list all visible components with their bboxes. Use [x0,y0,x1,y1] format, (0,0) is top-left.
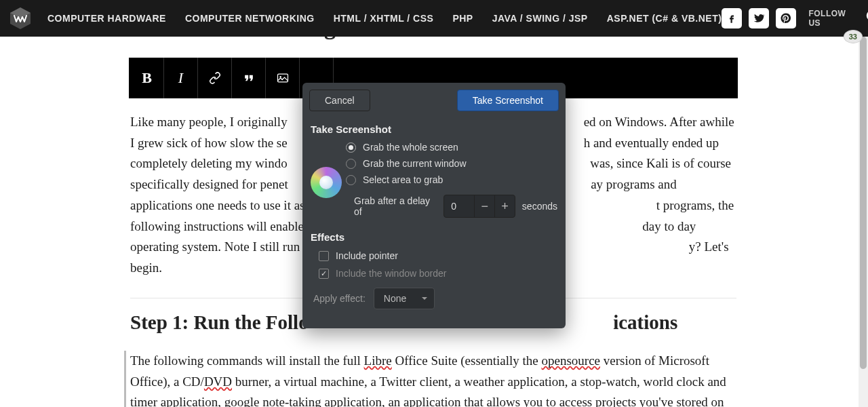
apply-effect-label: Apply effect: [313,293,366,304]
nav-aspnet[interactable]: ASP.NET (C# & VB.NET) [607,13,722,24]
section-take-screenshot: Take Screenshot [302,114,566,139]
spellcheck-word[interactable]: opensource [541,353,600,368]
checkbox-label: Include pointer [336,250,398,261]
text: Office Suite (essentially the [392,353,542,368]
radio-whole-screen[interactable] [346,142,356,153]
follow-us-label: FOLLOW US [808,9,846,28]
delay-increment[interactable]: + [494,195,515,218]
site-logo[interactable] [8,6,33,31]
nav-computer-networking[interactable]: COMPUTER NETWORKING [185,13,315,24]
option-label: Grab the whole screen [363,142,458,153]
radio-select-area[interactable] [346,175,356,185]
pinterest-icon[interactable] [776,8,796,28]
option-label: Grab the current window [363,158,467,169]
twitter-icon[interactable] [749,8,769,28]
scrollbar-thumb[interactable] [860,37,867,369]
select-value: None [384,293,406,304]
checkbox-include-pointer[interactable] [319,251,329,261]
apply-effect-select[interactable]: None [374,288,435,309]
bold-button[interactable]: B [130,58,164,98]
screenshot-dialog: Cancel Take Screenshot Take Screenshot G… [302,83,566,328]
delay-label-pre: Grab after a delay of [354,195,437,217]
quote-button[interactable] [232,58,266,98]
svg-rect-7 [277,74,288,82]
notification-badge[interactable]: 33 [844,30,863,43]
spellcheck-word[interactable]: Libre [364,353,392,368]
nav-java[interactable]: JAVA / SWING / JSP [492,13,588,24]
delay-label-post: seconds [522,201,557,212]
article-paragraph[interactable]: The following commands will install the … [124,351,736,407]
search-icon[interactable] [865,9,868,28]
radio-current-window[interactable] [346,159,356,169]
option-label: Select area to grab [363,174,443,185]
delay-input[interactable] [444,201,474,212]
checkbox-label: Include the window border [336,268,446,279]
italic-button[interactable]: I [164,58,198,98]
screenshot-app-icon [311,167,342,198]
text: The following commands will install the … [130,353,364,368]
spellcheck-word[interactable]: google [224,395,260,407]
cancel-button[interactable]: Cancel [309,90,370,111]
page-scrollbar[interactable] [859,0,868,407]
facebook-icon[interactable] [722,8,742,28]
checkbox-include-border: ✓ [319,269,329,279]
text: Step 1: Run the Follo [130,311,309,333]
section-effects: Effects [302,222,566,247]
take-screenshot-button[interactable]: Take Screenshot [457,90,559,111]
image-button[interactable] [266,58,300,98]
text: Like many people, I originally [130,115,288,129]
nav-php[interactable]: PHP [452,13,473,24]
text: ications [613,311,677,333]
spellcheck-word[interactable]: DVD [204,374,232,389]
nav-computer-hardware[interactable]: COMPUTER HARDWARE [47,13,166,24]
nav-html-css[interactable]: HTML / XHTML / CSS [334,13,434,24]
delay-spinner: − + [443,195,515,218]
delay-decrement[interactable]: − [474,195,494,218]
link-button[interactable] [198,58,232,98]
